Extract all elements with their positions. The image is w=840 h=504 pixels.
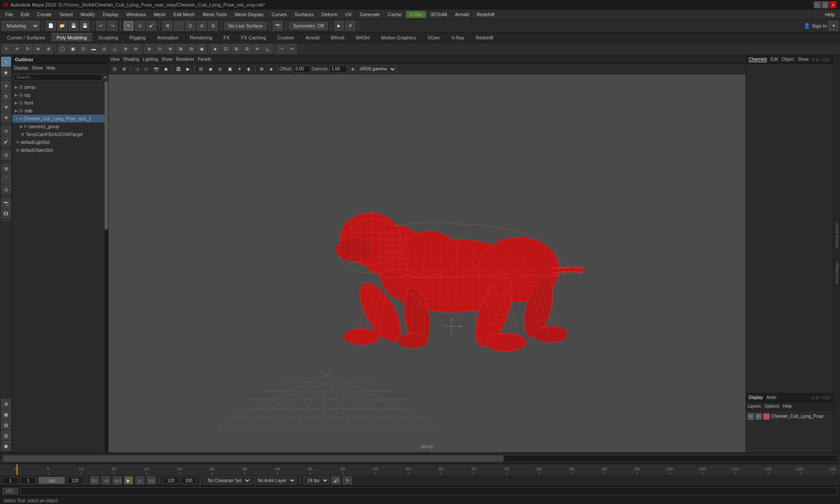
shelf-smooth[interactable]: ≋ <box>252 44 262 54</box>
layer-icon-3[interactable]: ◁ <box>822 395 825 400</box>
menu-file[interactable]: File <box>2 11 17 18</box>
start-frame-input[interactable] <box>21 477 36 484</box>
shelf-select[interactable]: ↖ <box>2 44 11 54</box>
shelf-poly-disk[interactable]: ◔ <box>120 44 130 54</box>
outliner-item-persp[interactable]: ▶ 🎥 persp <box>12 83 108 91</box>
mode-selector[interactable]: Modeling Rigging Animation FX Rendering … <box>2 21 39 31</box>
loop-icon[interactable]: ↻ <box>343 476 352 484</box>
menu-curves[interactable]: Curves <box>268 11 290 18</box>
prev-frame-button[interactable]: ◁ <box>102 476 110 484</box>
menu-generate[interactable]: Generate <box>356 11 383 18</box>
goto-start-button[interactable]: |◁ <box>90 476 99 484</box>
vp-smooth-icon[interactable]: ◉ <box>206 65 215 73</box>
paint-select-icon[interactable]: 🖌 <box>147 21 156 31</box>
tab-mash[interactable]: MASH <box>350 34 375 42</box>
vp-shaded-icon[interactable]: ◎ <box>216 65 224 73</box>
mel-input[interactable] <box>21 487 837 495</box>
shelf-universal[interactable]: ⊗ <box>44 44 53 54</box>
ch-icon-4[interactable]: ▷ <box>827 57 830 62</box>
shelf-insert-loop[interactable]: ⊟ <box>242 44 252 54</box>
layer-icon-2[interactable]: ▷ <box>816 395 820 400</box>
tab-poly-modeling[interactable]: Poly Modeling <box>51 33 92 42</box>
vp-render2-icon[interactable]: ▶ <box>184 65 192 73</box>
camera-icon-1[interactable]: 📷 <box>273 21 283 31</box>
select-mode-icon[interactable]: ↖ <box>124 21 133 31</box>
menu-windows[interactable]: Windows <box>123 11 150 18</box>
camera-view-button-2[interactable]: 🎞 <box>1 209 11 218</box>
shelf-poly-plane[interactable]: ▬ <box>89 44 98 54</box>
sculpt-button[interactable]: 🖌 <box>1 136 11 146</box>
layers-layers-menu[interactable]: Layers <box>748 404 761 409</box>
tab-rigging[interactable]: Rigging <box>124 34 151 42</box>
render-icon-1[interactable]: ▶ <box>334 21 344 31</box>
next-frame-button[interactable]: ▷ <box>136 476 144 484</box>
tab-custom[interactable]: Custom <box>272 34 299 42</box>
layer-icon-4[interactable]: ▷ <box>827 395 830 400</box>
frame-range-bar[interactable]: 120 <box>38 477 65 484</box>
timeline-scrollbar[interactable] <box>3 455 837 462</box>
outliner-help-menu[interactable]: Help <box>46 66 56 70</box>
layers-options-menu[interactable]: Options <box>764 404 779 409</box>
play-forward-button[interactable]: ▶ <box>124 476 133 484</box>
no-live-surface-button[interactable]: No Live Surface <box>224 22 266 30</box>
outliner-item-cheetah[interactable]: ▼ ◈ Cheetah_Cub_Lying_Pose_ncl1_1 <box>12 115 108 122</box>
ch-icon-2[interactable]: ▷ <box>816 57 820 62</box>
vp-menu-show[interactable]: Show <box>161 57 172 62</box>
ch-tab-edit[interactable]: Edit <box>770 57 778 62</box>
vp-camera-back-icon[interactable]: ◁ <box>133 65 141 73</box>
outliner-item-lightset[interactable]: ☀ defaultLightSet <box>12 138 108 146</box>
symmetry-button[interactable]: Symmetry: Off <box>289 22 328 30</box>
menu-uv[interactable]: UV <box>342 11 355 18</box>
mel-label[interactable]: MEL <box>3 488 18 494</box>
shelf-boolean[interactable]: ⊗ <box>165 44 175 54</box>
camera-view-button-1[interactable]: 📷 <box>1 198 11 208</box>
layout-icon-2[interactable]: ▤ <box>1 420 11 430</box>
vp-gamma-input[interactable] <box>329 66 347 73</box>
select-tool-button[interactable]: ↖ <box>1 57 11 66</box>
shelf-fill-hole[interactable]: ◉ <box>197 44 206 54</box>
snap-point-icon[interactable]: ⊡ <box>186 21 195 31</box>
outliner-search-options-icon[interactable]: ▾ <box>104 75 106 80</box>
vp-offset-input[interactable] <box>293 66 311 73</box>
shelf-mirror[interactable]: ⊣ <box>276 44 286 54</box>
render-icon-2[interactable]: ⏸ <box>346 21 355 31</box>
ch-icon-3[interactable]: ◁ <box>822 57 825 62</box>
vp-hud-icon[interactable]: ◈ <box>267 65 276 73</box>
vp-camera-fwd-icon[interactable]: ▷ <box>142 65 151 73</box>
save-icon[interactable]: 💾 <box>69 21 78 31</box>
outliner-show-menu[interactable]: Show <box>32 66 43 70</box>
attribute-editor-label[interactable]: Attribute Editor <box>835 223 839 249</box>
menu-help[interactable]: Help <box>821 11 838 18</box>
layer-icon-1[interactable]: ◁ <box>811 395 815 400</box>
menu-deform[interactable]: Deform <box>318 11 341 18</box>
menu-3dtoall[interactable]: 3DToAll <box>427 11 451 18</box>
menu-mesh-display[interactable]: Mesh Display <box>231 11 267 18</box>
universal-manip-button[interactable]: ⊗ <box>1 112 11 122</box>
goto-end-button[interactable]: ▷| <box>147 476 156 484</box>
move-tool-button[interactable]: ✛ <box>1 81 11 91</box>
timeline-track[interactable]: 0 5 10 15 20 25 30 <box>0 464 840 475</box>
shelf-extrude[interactable]: ⊞ <box>176 44 186 54</box>
shelf-offset[interactable]: ⊞ <box>231 44 241 54</box>
menu-edit[interactable]: Edit <box>18 11 33 18</box>
vp-menu-panels[interactable]: Panels <box>198 57 211 62</box>
outliner-item-top[interactable]: ▶ 🎥 top <box>12 91 108 99</box>
title-bar-controls[interactable]: ─ □ ✕ <box>814 1 836 8</box>
snap-view-icon[interactable]: ◎ <box>197 21 206 31</box>
outliner-item-objectset[interactable]: ◎ defaultObjectSet <box>12 146 108 154</box>
fps-select[interactable]: 24 fps 30 fps 60 fps <box>304 476 329 484</box>
vp-menu-shading[interactable]: Shading <box>123 57 140 62</box>
vp-menu-renderer[interactable]: Renderer <box>176 57 194 62</box>
menu-surfaces[interactable]: Surfaces <box>291 11 317 18</box>
menu-mesh-tools[interactable]: Mesh Tools <box>199 11 230 18</box>
ch-icon-1[interactable]: ◁ <box>811 57 815 62</box>
vp-texture-icon[interactable]: ▣ <box>225 65 234 73</box>
snap-curve-icon[interactable]: ⌒ <box>174 21 184 31</box>
soft-mod-button[interactable]: ⊙ <box>1 126 11 136</box>
layout-icon-1[interactable]: ▦ <box>1 410 11 419</box>
vp-menu-lighting[interactable]: Lighting <box>143 57 158 62</box>
maximize-button[interactable]: □ <box>822 1 829 8</box>
tab-redshift[interactable]: Redshift <box>470 34 498 42</box>
layers-help-menu[interactable]: Help <box>783 404 792 409</box>
outliner-item-side[interactable]: ▶ 🎥 side <box>12 107 108 115</box>
